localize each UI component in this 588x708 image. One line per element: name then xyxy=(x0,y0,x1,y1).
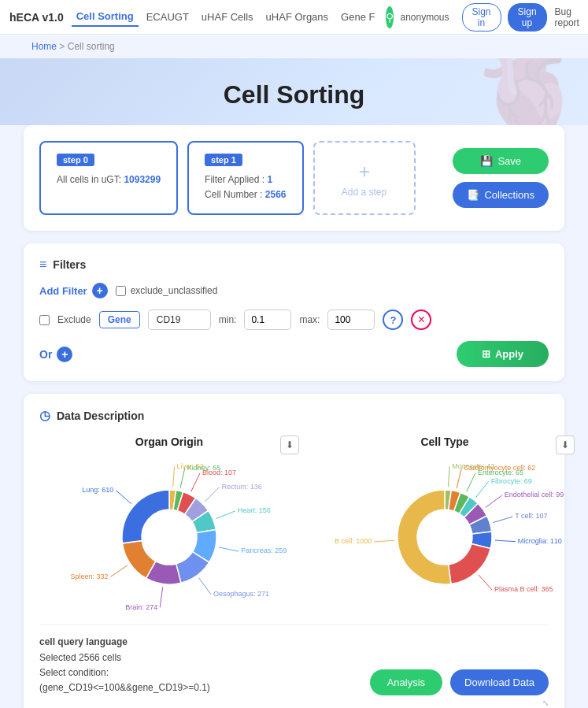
organ-chart-download[interactable]: ⬇ xyxy=(280,436,299,454)
step-0-label: step 0 xyxy=(57,154,94,166)
svg-text:Plasma B cell: 365: Plasma B cell: 365 xyxy=(494,586,553,594)
svg-text:Heart: 156: Heart: 156 xyxy=(238,507,271,515)
hero-section: 🫀 Cell Sorting xyxy=(0,58,588,125)
svg-line-10 xyxy=(219,547,239,551)
filters-title: Filters xyxy=(53,258,86,271)
data-desc-icon: ◷ xyxy=(39,408,50,423)
svg-text:Blood: 107: Blood: 107 xyxy=(202,469,236,477)
add-filter-plus-icon: + xyxy=(92,283,108,298)
svg-text:Pancreas: 259: Pancreas: 259 xyxy=(241,547,287,555)
navbar: hECA v1.0 Cell Sorting ECAUGT uHAF Cells… xyxy=(0,0,588,35)
save-button[interactable]: 💾 Save xyxy=(453,148,549,174)
step-0-box[interactable]: step 0 All cells in uGT: 1093299 xyxy=(39,141,178,215)
cql-title: cell query language xyxy=(39,635,210,650)
nav-ecaugt[interactable]: ECAUGT xyxy=(142,8,194,26)
svg-text:Fibrocyte: 69: Fibrocyte: 69 xyxy=(491,477,532,485)
svg-text:Microglia: 110: Microglia: 110 xyxy=(518,537,562,545)
svg-line-16 xyxy=(110,565,128,577)
cql-actions: Analysis Download Data xyxy=(370,669,549,695)
step-1-line1: Filter Applied : xyxy=(205,174,264,185)
filter-help-button[interactable]: ? xyxy=(383,310,403,330)
signin-button[interactable]: Sign in xyxy=(462,3,501,32)
user-label: anonymous xyxy=(400,12,449,23)
search-icon[interactable]: ⚲ xyxy=(386,6,394,28)
exclude-unclassified-checkbox[interactable] xyxy=(116,286,126,296)
svg-text:Oesophagus: 271: Oesophagus: 271 xyxy=(213,591,269,599)
step-1-box[interactable]: step 1 Filter Applied : 1 Cell Number : … xyxy=(187,141,303,215)
cell-chart-title: Cell Type xyxy=(315,436,575,448)
exclude-unclassified-label: exclude_unclassified xyxy=(131,285,218,296)
step-0-value1: 1093299 xyxy=(124,174,161,185)
add-step-button[interactable]: ＋ Add a step xyxy=(313,141,416,215)
breadcrumb-current: Cell sorting xyxy=(68,41,115,52)
apply-button[interactable]: ⊞ Apply xyxy=(457,341,549,367)
nav-uhaf-cells[interactable]: uHAF Cells xyxy=(197,8,258,26)
resize-handle[interactable]: ⤡ xyxy=(39,699,549,707)
data-desc-title: Data Description xyxy=(57,410,144,422)
svg-line-6 xyxy=(205,487,219,502)
or-label: Or xyxy=(39,348,52,361)
page-title: Cell Sorting xyxy=(31,80,557,109)
step-1-label: step 1 xyxy=(205,154,242,166)
nav-uhaf-organs[interactable]: uHAF Organs xyxy=(261,8,333,26)
gene-type-badge: Gene xyxy=(99,311,140,328)
svg-line-22 xyxy=(457,469,461,488)
cell-chart-wrap: Monocyte: 42Cardiomyocyte cell: 62Entero… xyxy=(315,454,575,612)
svg-text:B cell: 1000: B cell: 1000 xyxy=(335,538,372,546)
add-filter-button[interactable]: Add Filter + xyxy=(39,283,108,298)
step-0-info: All cells in uGT: 1093299 xyxy=(57,172,161,187)
gene-value-input[interactable] xyxy=(148,310,211,330)
filter-remove-button[interactable]: × xyxy=(411,310,431,330)
signup-button[interactable]: Sign up xyxy=(508,3,547,32)
cql-line1: Selected 2566 cells xyxy=(39,651,210,665)
svg-line-34 xyxy=(479,575,492,590)
gene-filter-exclude-checkbox[interactable] xyxy=(39,315,50,325)
or-row: Or + ⊞ Apply xyxy=(39,341,549,367)
svg-line-12 xyxy=(199,578,211,595)
cql-line2: Select condition: xyxy=(39,665,210,680)
steps-container: step 0 All cells in uGT: 1093299 step 1 … xyxy=(24,125,564,231)
organ-chart-wrap: Liver: 52Kidney: 55Blood: 107Rectum: 136… xyxy=(39,454,299,612)
svg-line-2 xyxy=(180,469,185,488)
step-1-info: Filter Applied : 1 Cell Number : 2566 xyxy=(205,172,286,202)
organ-chart: Organ Origin ⬇ Liver: 52Kidney: 55Blood:… xyxy=(39,436,299,612)
add-step-label: Add a step xyxy=(342,187,386,198)
app-brand: hECA v1.0 xyxy=(9,11,64,24)
or-plus-icon: + xyxy=(57,347,72,362)
add-filter-label: Add Filter xyxy=(39,285,87,297)
svg-text:Enterocyte: 65: Enterocyte: 65 xyxy=(478,469,523,477)
breadcrumb-separator: > xyxy=(59,41,65,52)
svg-line-30 xyxy=(493,517,512,522)
collections-button[interactable]: 📑 Collections xyxy=(453,182,549,208)
svg-line-32 xyxy=(495,540,516,542)
filters-icon: ≡ xyxy=(39,258,46,272)
svg-line-24 xyxy=(467,473,475,491)
bug-report-link[interactable]: Bug report xyxy=(555,6,579,28)
cell-donut-svg: Monocyte: 42Cardiomyocyte cell: 62Entero… xyxy=(315,454,575,612)
or-button[interactable]: Or + xyxy=(39,347,72,362)
step-0-line1: All cells in uGT: xyxy=(57,174,121,185)
analysis-button[interactable]: Analysis xyxy=(370,669,442,695)
svg-text:Lung: 610: Lung: 610 xyxy=(82,486,113,494)
cell-chart-download[interactable]: ⬇ xyxy=(556,436,575,454)
steps-actions: 💾 Save 📑 Collections xyxy=(453,141,549,215)
svg-line-0 xyxy=(173,467,175,487)
svg-line-20 xyxy=(448,467,449,487)
cql-text: cell query language Selected 2566 cells … xyxy=(39,635,210,695)
max-value-input[interactable] xyxy=(327,310,375,330)
nav-cell-sorting[interactable]: Cell Sorting xyxy=(72,7,139,27)
charts-row: Organ Origin ⬇ Liver: 52Kidney: 55Blood:… xyxy=(39,436,549,612)
collections-icon: 📑 xyxy=(467,189,479,201)
data-description-header: ◷ Data Description xyxy=(39,408,549,423)
cql-line3: (gene_CD19<=100&&gene_CD19>=0.1) xyxy=(39,680,210,695)
step-1-value1: 1 xyxy=(267,174,272,185)
svg-line-28 xyxy=(486,495,502,507)
nav-gene-f[interactable]: Gene F xyxy=(336,8,379,26)
breadcrumb-home[interactable]: Home xyxy=(31,41,57,52)
min-value-input[interactable] xyxy=(244,310,291,330)
svg-line-26 xyxy=(476,482,489,498)
plus-icon: ＋ xyxy=(355,158,374,183)
add-filter-row: Add Filter + exclude_unclassified xyxy=(39,283,549,298)
download-data-button[interactable]: Download Data xyxy=(450,669,549,695)
svg-text:Endothelial cell: 99: Endothelial cell: 99 xyxy=(505,491,564,499)
